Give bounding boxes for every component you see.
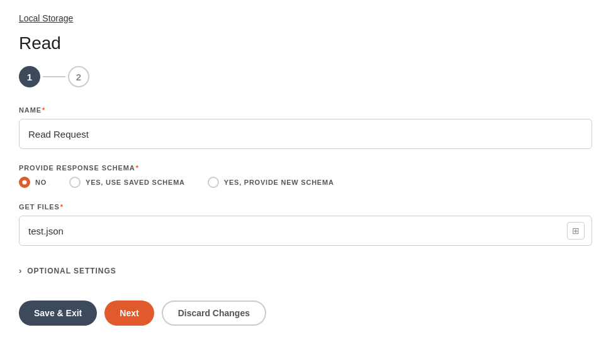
chevron-right-icon: › — [19, 266, 22, 275]
name-input[interactable] — [19, 119, 592, 149]
radio-no-label: NO — [35, 179, 47, 186]
save-exit-button[interactable]: Save & Exit — [19, 301, 97, 326]
radio-new-schema[interactable]: YES, PROVIDE NEW SCHEMA — [208, 177, 334, 188]
step-2: 2 — [68, 66, 89, 87]
page-title: Read — [19, 33, 592, 53]
get-files-input-wrapper: ⊞ — [19, 216, 592, 246]
schema-field-section: PROVIDE RESPONSE SCHEMA* NO YES, USE SAV… — [19, 164, 592, 188]
next-button[interactable]: Next — [104, 301, 154, 326]
get-files-input[interactable] — [19, 216, 592, 246]
step-1: 1 — [19, 66, 40, 87]
grid-icon: ⊞ — [572, 226, 580, 236]
get-files-label: GET FILES* — [19, 203, 592, 211]
schema-required-indicator: * — [136, 164, 139, 172]
get-files-required: * — [60, 203, 64, 211]
schema-radio-group: NO YES, USE SAVED SCHEMA YES, PROVIDE NE… — [19, 177, 592, 188]
button-bar: Save & Exit Next Discard Changes — [19, 301, 592, 326]
radio-no[interactable]: NO — [19, 177, 47, 188]
schema-label: PROVIDE RESPONSE SCHEMA* — [19, 164, 592, 172]
required-indicator: * — [42, 106, 45, 114]
input-action-icon[interactable]: ⊞ — [567, 222, 585, 240]
optional-settings-toggle[interactable]: › OPTIONAL SETTINGS — [19, 261, 592, 280]
name-label: NAME* — [19, 106, 592, 114]
breadcrumb-link[interactable]: Local Storage — [19, 13, 73, 23]
name-field-section: NAME* — [19, 106, 592, 149]
radio-use-saved[interactable]: YES, USE SAVED SCHEMA — [69, 177, 185, 188]
stepper: 1 2 — [19, 66, 592, 87]
get-files-section: GET FILES* ⊞ — [19, 203, 592, 246]
step-connector — [43, 76, 65, 77]
radio-new-schema-label: YES, PROVIDE NEW SCHEMA — [224, 179, 334, 186]
discard-button[interactable]: Discard Changes — [162, 301, 266, 326]
radio-use-saved-label: YES, USE SAVED SCHEMA — [86, 179, 185, 186]
optional-settings-label: OPTIONAL SETTINGS — [27, 267, 116, 275]
